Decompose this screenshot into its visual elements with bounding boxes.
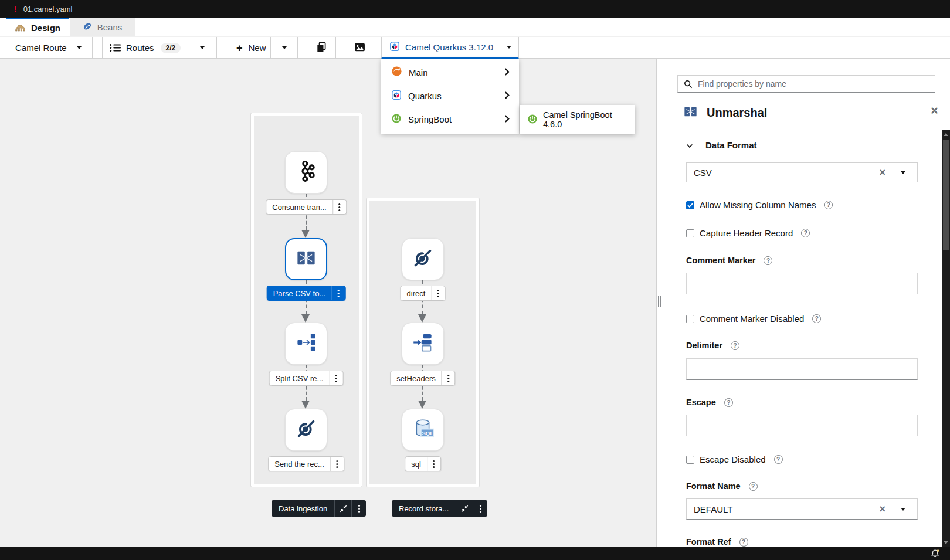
copy-flow-button[interactable] [307, 37, 336, 59]
capture-header-row: Capture Header Record ? [686, 228, 810, 238]
checkbox-label: Capture Header Record [700, 228, 793, 238]
format-name-typeahead[interactable]: DEFAULT × [686, 498, 918, 520]
scrollbar-thumb[interactable] [943, 140, 949, 250]
help-icon[interactable]: ? [812, 314, 821, 323]
escape-label-row: Escape ? [686, 398, 733, 407]
editor-tabs: Design Beans [0, 18, 950, 36]
menu-item-main[interactable]: Main [381, 60, 519, 84]
kebab-menu-icon[interactable] [351, 500, 366, 517]
search-input[interactable] [698, 76, 935, 91]
menu-item-label: Main [409, 67, 497, 77]
runtime-menu: Main Quarkus [381, 59, 519, 134]
tab-design[interactable]: Design [6, 18, 69, 36]
tab-beans[interactable]: Beans [70, 18, 135, 36]
node-label-setheaders[interactable]: setHeaders [390, 371, 455, 386]
tab-label: Beans [97, 22, 123, 32]
help-icon[interactable]: ? [824, 201, 833, 209]
kebab-menu-icon[interactable] [329, 371, 342, 385]
image-icon [354, 42, 365, 55]
group-pill-data-ingestion[interactable]: Data ingestion [272, 500, 366, 517]
routes-dropdown[interactable]: Routes 2/2 [102, 37, 217, 59]
node-split[interactable] [285, 323, 327, 365]
help-icon[interactable]: ? [801, 229, 810, 237]
menu-item-camel-springboot[interactable]: Camel SpringBoot 4.6.0 [520, 110, 635, 129]
group-pill-record-storage[interactable]: Record stora... [392, 500, 487, 517]
capture-header-checkbox[interactable] [686, 229, 694, 237]
svg-text:SQL: SQL [422, 430, 434, 436]
node-direct[interactable] [402, 238, 444, 280]
file-tab[interactable]: ! 01.camel.yaml [0, 0, 84, 18]
tab-label: Design [31, 23, 60, 33]
edge-arrow [301, 401, 310, 409]
kebab-menu-icon[interactable] [442, 371, 455, 385]
delimiter-label-row: Delimiter ? [686, 341, 739, 350]
caret-down-icon [200, 46, 205, 49]
node-label-sql[interactable]: sql [405, 456, 441, 471]
panel-resize-handle[interactable] [658, 296, 661, 307]
kebab-menu-icon[interactable] [473, 500, 487, 517]
kebab-menu-icon[interactable] [330, 457, 344, 471]
comment-marker-disabled-checkbox[interactable] [686, 315, 694, 323]
notifications-bell-icon[interactable] [930, 549, 941, 560]
camel-main-icon [392, 66, 402, 78]
escape-disabled-checkbox[interactable] [686, 456, 694, 464]
direct-icon [295, 418, 317, 442]
kebab-menu-icon[interactable] [331, 286, 345, 300]
delimiter-input[interactable] [686, 358, 918, 380]
node-unmarshal-selected[interactable] [285, 238, 327, 280]
node-sql[interactable]: SQL [402, 409, 444, 451]
node-label-send[interactable]: Send the rec... [268, 456, 344, 471]
help-icon[interactable]: ? [774, 455, 783, 464]
clear-icon[interactable]: × [879, 167, 901, 179]
kebab-menu-icon[interactable] [333, 200, 346, 214]
node-kafka[interactable] [285, 151, 327, 194]
export-image-button[interactable] [345, 37, 374, 59]
flow-type-dropdown[interactable]: Camel Route [5, 37, 93, 59]
kebab-menu-icon[interactable] [427, 457, 440, 471]
scroll-up-icon[interactable] [944, 133, 948, 136]
collapse-group-icon[interactable] [456, 500, 473, 517]
kebab-menu-icon[interactable] [431, 286, 445, 300]
chevron-right-icon [504, 91, 510, 101]
escape-input[interactable] [686, 415, 918, 436]
dataformat-typeahead[interactable]: CSV × [686, 162, 918, 182]
section-data-format[interactable]: Data Format [686, 140, 757, 150]
close-panel-icon[interactable]: × [931, 106, 938, 116]
menu-item-quarkus[interactable]: Quarkus [381, 84, 519, 107]
menu-item-springboot[interactable]: SpringBoot [381, 107, 519, 131]
window-scrollbar[interactable] [942, 130, 950, 547]
setheaders-icon [412, 332, 433, 355]
dataformat-value: CSV [687, 168, 879, 178]
help-icon[interactable]: ? [739, 538, 748, 547]
help-icon[interactable]: ? [764, 256, 772, 265]
clear-icon[interactable]: × [879, 503, 901, 515]
comment-marker-input[interactable] [686, 273, 918, 294]
group-label: Record stora... [392, 500, 456, 517]
routes-caret-button[interactable] [188, 46, 216, 49]
caret-down-icon[interactable] [901, 508, 917, 511]
help-icon[interactable]: ? [724, 398, 733, 407]
node-setheaders[interactable] [402, 323, 444, 365]
node-send-direct[interactable] [285, 409, 327, 451]
scroll-down-icon[interactable] [944, 541, 948, 544]
edge-arrow [301, 230, 310, 238]
field-label: Delimiter [686, 341, 722, 350]
node-label-direct[interactable]: direct [401, 286, 446, 301]
direct-icon [412, 247, 434, 271]
node-label-parse-csv[interactable]: Parse CSV fo... [267, 286, 346, 301]
new-route-button[interactable]: + New [228, 37, 298, 59]
help-icon[interactable]: ? [749, 482, 758, 491]
caret-down-icon[interactable] [901, 171, 917, 174]
node-label-text: Split CSV re... [270, 371, 330, 385]
runtime-selector-dropdown[interactable]: Camel Quarkus 3.12.0 [381, 37, 519, 59]
camel-icon [15, 23, 26, 33]
properties-search[interactable] [677, 75, 935, 93]
collapse-group-icon[interactable] [334, 500, 351, 517]
chevron-right-icon [504, 67, 510, 77]
allow-missing-row: Allow Missing Column Names ? [686, 200, 833, 210]
node-label-split-csv[interactable]: Split CSV re... [269, 371, 344, 386]
allow-missing-checkbox[interactable] [686, 201, 694, 209]
node-label-consume[interactable]: Consume tran... [266, 199, 347, 215]
help-icon[interactable]: ? [731, 341, 739, 350]
new-caret-button[interactable] [271, 46, 297, 49]
